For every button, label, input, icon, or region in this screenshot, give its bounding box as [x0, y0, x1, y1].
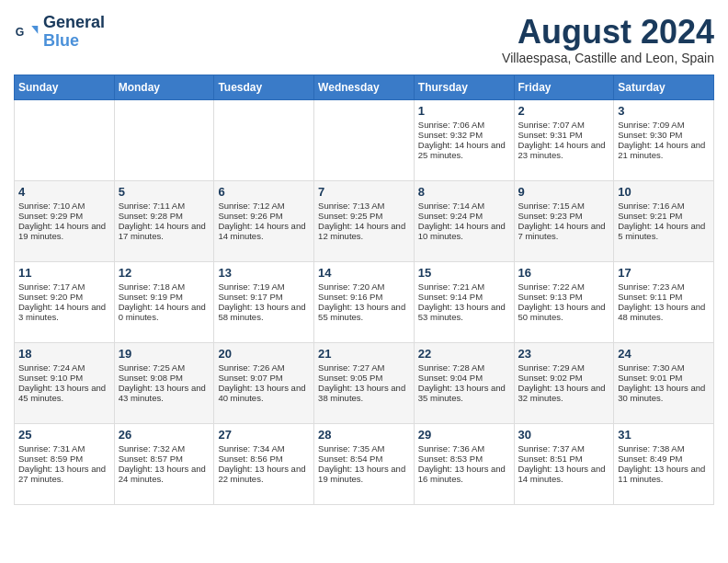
day-info: Sunset: 9:01 PM	[618, 373, 710, 383]
day-info: Sunset: 9:21 PM	[618, 211, 710, 221]
day-info: Sunset: 9:28 PM	[119, 211, 210, 221]
day-info: Daylight: 14 hours and 7 minutes.	[518, 221, 610, 241]
day-number: 2	[518, 104, 610, 118]
day-info: Sunset: 8:57 PM	[119, 454, 210, 464]
calendar-cell: 10Sunrise: 7:16 AMSunset: 9:21 PMDayligh…	[614, 180, 714, 261]
day-info: Daylight: 14 hours and 14 minutes.	[218, 221, 310, 241]
calendar-cell: 2Sunrise: 7:07 AMSunset: 9:31 PMDaylight…	[514, 99, 614, 180]
day-info: Daylight: 14 hours and 3 minutes.	[18, 302, 110, 322]
day-number: 13	[218, 266, 310, 280]
day-info: Daylight: 13 hours and 19 minutes.	[318, 464, 410, 484]
calendar-week-2: 4Sunrise: 7:10 AMSunset: 9:29 PMDaylight…	[15, 180, 714, 261]
day-info: Daylight: 14 hours and 23 minutes.	[518, 140, 610, 160]
calendar-cell: 3Sunrise: 7:09 AMSunset: 9:30 PMDaylight…	[614, 99, 714, 180]
day-info: Sunrise: 7:30 AM	[618, 362, 710, 373]
day-info: Sunrise: 7:26 AM	[218, 362, 310, 373]
day-info: Sunrise: 7:24 AM	[18, 362, 110, 373]
day-info: Daylight: 13 hours and 48 minutes.	[618, 302, 710, 322]
calendar-cell: 15Sunrise: 7:21 AMSunset: 9:14 PMDayligh…	[414, 261, 514, 342]
day-info: Sunset: 9:04 PM	[418, 373, 510, 383]
logo: G General Blue	[14, 14, 105, 51]
day-info: Sunrise: 7:32 AM	[119, 443, 210, 454]
header-day-thursday: Thursday	[414, 75, 514, 99]
day-info: Daylight: 14 hours and 21 minutes.	[618, 140, 710, 160]
day-info: Sunset: 8:53 PM	[418, 454, 510, 464]
day-info: Sunrise: 7:11 AM	[119, 201, 210, 211]
calendar-cell: 21Sunrise: 7:27 AMSunset: 9:05 PMDayligh…	[314, 342, 415, 423]
calendar-cell: 23Sunrise: 7:29 AMSunset: 9:02 PMDayligh…	[514, 342, 614, 423]
day-number: 18	[18, 347, 110, 361]
day-number: 31	[618, 428, 710, 442]
calendar-cell: 16Sunrise: 7:22 AMSunset: 9:13 PMDayligh…	[514, 261, 614, 342]
day-info: Sunset: 9:23 PM	[518, 211, 610, 221]
day-number: 7	[318, 185, 410, 199]
day-info: Daylight: 13 hours and 30 minutes.	[618, 383, 710, 403]
day-number: 19	[119, 347, 210, 361]
day-info: Sunset: 9:11 PM	[618, 292, 710, 302]
day-info: Sunset: 9:10 PM	[18, 373, 110, 383]
header-day-sunday: Sunday	[15, 75, 115, 99]
day-info: Sunrise: 7:21 AM	[418, 282, 510, 292]
calendar-body: 1Sunrise: 7:06 AMSunset: 9:32 PMDaylight…	[15, 99, 714, 504]
day-info: Sunrise: 7:27 AM	[318, 362, 410, 373]
day-info: Daylight: 13 hours and 40 minutes.	[218, 383, 310, 403]
day-info: Daylight: 14 hours and 25 minutes.	[418, 140, 510, 160]
calendar-cell: 7Sunrise: 7:13 AMSunset: 9:25 PMDaylight…	[314, 180, 415, 261]
calendar-cell: 30Sunrise: 7:37 AMSunset: 8:51 PMDayligh…	[514, 423, 614, 504]
day-info: Sunrise: 7:23 AM	[618, 282, 710, 292]
day-info: Sunset: 8:59 PM	[18, 454, 110, 464]
header-day-tuesday: Tuesday	[214, 75, 314, 99]
day-info: Sunrise: 7:36 AM	[418, 443, 510, 454]
day-number: 12	[119, 266, 210, 280]
day-info: Sunset: 9:19 PM	[119, 292, 210, 302]
day-number: 1	[418, 104, 510, 118]
calendar-cell: 4Sunrise: 7:10 AMSunset: 9:29 PMDaylight…	[15, 180, 115, 261]
day-info: Sunrise: 7:09 AM	[618, 120, 710, 130]
day-info: Sunset: 9:16 PM	[318, 292, 410, 302]
calendar-week-3: 11Sunrise: 7:17 AMSunset: 9:20 PMDayligh…	[15, 261, 714, 342]
day-info: Sunrise: 7:35 AM	[318, 443, 410, 454]
day-info: Daylight: 13 hours and 58 minutes.	[218, 302, 310, 322]
calendar-cell: 8Sunrise: 7:14 AMSunset: 9:24 PMDaylight…	[414, 180, 514, 261]
calendar-cell: 28Sunrise: 7:35 AMSunset: 8:54 PMDayligh…	[314, 423, 415, 504]
calendar-cell: 13Sunrise: 7:19 AMSunset: 9:17 PMDayligh…	[214, 261, 314, 342]
day-info: Sunset: 8:54 PM	[318, 454, 410, 464]
header-day-wednesday: Wednesday	[314, 75, 415, 99]
calendar-cell	[214, 99, 314, 180]
day-info: Sunrise: 7:28 AM	[418, 362, 510, 373]
day-number: 5	[119, 185, 210, 199]
day-info: Sunset: 9:14 PM	[418, 292, 510, 302]
day-info: Sunrise: 7:15 AM	[518, 201, 610, 211]
day-info: Sunrise: 7:17 AM	[18, 282, 110, 292]
day-number: 22	[418, 347, 510, 361]
day-info: Sunrise: 7:38 AM	[618, 443, 710, 454]
day-info: Sunrise: 7:13 AM	[318, 201, 410, 211]
day-info: Daylight: 13 hours and 45 minutes.	[18, 383, 110, 403]
day-info: Daylight: 13 hours and 32 minutes.	[518, 383, 610, 403]
day-info: Sunset: 9:20 PM	[18, 292, 110, 302]
calendar-cell: 31Sunrise: 7:38 AMSunset: 8:49 PMDayligh…	[614, 423, 714, 504]
day-number: 26	[119, 428, 210, 442]
day-info: Sunset: 8:56 PM	[218, 454, 310, 464]
day-info: Sunrise: 7:34 AM	[218, 443, 310, 454]
day-number: 25	[18, 428, 110, 442]
calendar-cell: 18Sunrise: 7:24 AMSunset: 9:10 PMDayligh…	[15, 342, 115, 423]
day-info: Daylight: 14 hours and 10 minutes.	[418, 221, 510, 241]
day-info: Daylight: 14 hours and 5 minutes.	[618, 221, 710, 241]
day-info: Sunset: 9:13 PM	[518, 292, 610, 302]
day-number: 23	[518, 347, 610, 361]
day-number: 6	[218, 185, 310, 199]
day-info: Sunrise: 7:18 AM	[119, 282, 210, 292]
calendar-cell: 14Sunrise: 7:20 AMSunset: 9:16 PMDayligh…	[314, 261, 415, 342]
day-info: Daylight: 13 hours and 35 minutes.	[418, 383, 510, 403]
day-info: Sunset: 9:08 PM	[119, 373, 210, 383]
title-area: August 2024 Villaespasa, Castille and Le…	[502, 14, 714, 65]
day-info: Sunset: 8:51 PM	[518, 454, 610, 464]
day-info: Sunrise: 7:10 AM	[18, 201, 110, 211]
calendar-cell: 22Sunrise: 7:28 AMSunset: 9:04 PMDayligh…	[414, 342, 514, 423]
day-number: 20	[218, 347, 310, 361]
calendar-cell: 9Sunrise: 7:15 AMSunset: 9:23 PMDaylight…	[514, 180, 614, 261]
header-day-friday: Friday	[514, 75, 614, 99]
calendar-week-4: 18Sunrise: 7:24 AMSunset: 9:10 PMDayligh…	[15, 342, 714, 423]
day-info: Sunset: 9:05 PM	[318, 373, 410, 383]
